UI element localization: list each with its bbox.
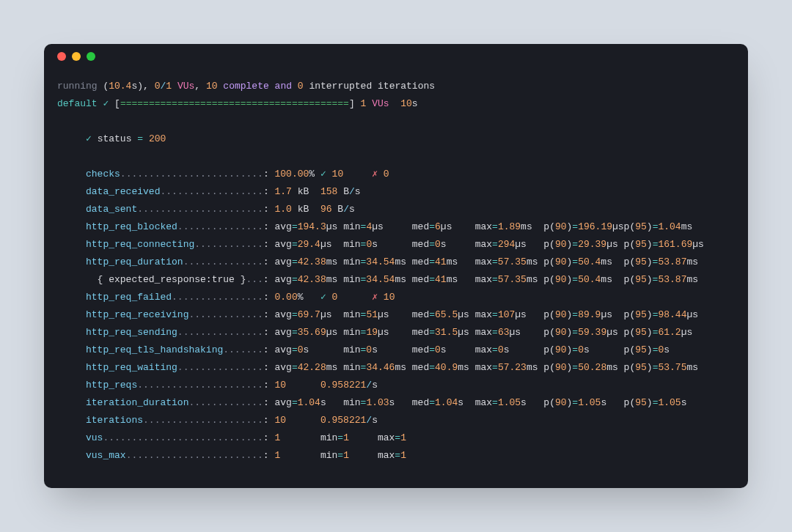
minimize-icon[interactable] bbox=[72, 52, 81, 61]
close-icon[interactable] bbox=[57, 52, 66, 61]
zoom-icon[interactable] bbox=[87, 52, 95, 61]
terminal-window: running (10.4s), 0/1 VUs, 10 complete an… bbox=[44, 44, 748, 488]
terminal-output: running (10.4s), 0/1 VUs, 10 complete an… bbox=[44, 69, 748, 478]
window-titlebar bbox=[44, 44, 748, 69]
